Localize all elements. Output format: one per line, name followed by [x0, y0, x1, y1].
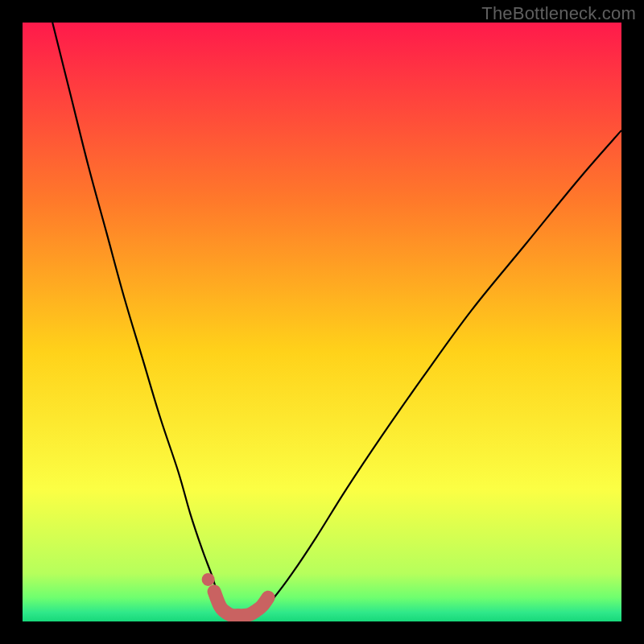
gradient-background: [23, 23, 621, 621]
chart-canvas: [23, 23, 621, 621]
marker-dot-icon: [202, 573, 215, 586]
watermark-label: TheBottleneck.com: [481, 3, 636, 24]
chart-frame: [23, 23, 621, 621]
